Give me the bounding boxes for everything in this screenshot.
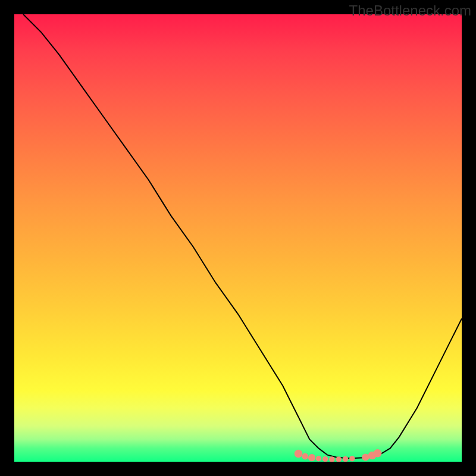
- chart-marker: [322, 456, 328, 462]
- chart-marker: [302, 453, 308, 460]
- chart-marker: [343, 456, 348, 462]
- chart-markers: [295, 449, 382, 462]
- chart-marker: [329, 456, 334, 462]
- chart-marker: [295, 450, 303, 458]
- chart-marker: [349, 456, 355, 461]
- watermark-text: TheBottleneck.com: [349, 2, 471, 19]
- chart-marker: [374, 449, 382, 458]
- chart-marker: [308, 454, 315, 461]
- chart-svg: [14, 14, 462, 462]
- chart-marker: [362, 453, 369, 461]
- chart-marker: [316, 456, 321, 461]
- chart-curve: [23, 14, 462, 458]
- chart-plot-area: [14, 14, 462, 462]
